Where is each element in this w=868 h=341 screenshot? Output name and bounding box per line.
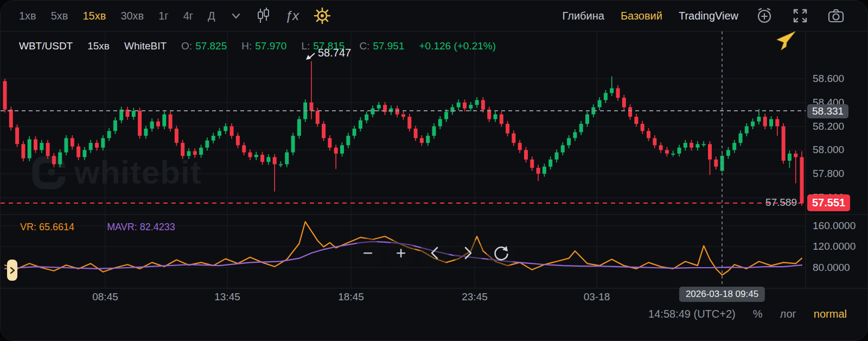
mouse-cursor-icon — [776, 30, 797, 53]
exchange-name: WhiteBIT — [124, 40, 167, 52]
crosshair-time-tooltip: 2026-03-18 09:45 — [679, 287, 765, 302]
tradingview-mode-link[interactable]: TradingView — [679, 10, 738, 22]
vr-value: 65.6614 — [39, 222, 74, 232]
status-bar: 14:58:49 (UTC+2) % лог normal — [648, 308, 847, 320]
axis-tick-label: 58.000 — [813, 144, 844, 156]
symbol-pair[interactable]: WBT/USDT — [19, 40, 73, 52]
high-marker-label: 58.747 — [318, 47, 351, 59]
indicator-values-row: VR: 65.6614 MAVR: 82.4233 — [20, 222, 175, 233]
change-value: +0.126 (+0.21%) — [419, 40, 496, 52]
fullscreen-expand-icon[interactable] — [790, 6, 810, 26]
high-label: H: — [241, 40, 252, 52]
screenshot-camera-icon[interactable] — [826, 6, 846, 26]
close-label: C: — [359, 40, 369, 52]
high-value: 57.970 — [255, 40, 286, 52]
clock-utc[interactable]: 14:58:49 (UTC+2) — [648, 308, 736, 320]
top-toolbar: 1хв5хв15хв30хв1г4гД ƒx — [1, 1, 867, 31]
axis-tick-label: 80.0000 — [813, 262, 850, 274]
chart-style-candles-icon[interactable] — [255, 7, 271, 24]
alert-price-text: 57.589 — [750, 197, 797, 209]
vr-label: VR: — [20, 222, 36, 232]
timeframe-1г[interactable]: 1г — [158, 10, 168, 22]
zoom-out-button[interactable]: − — [353, 238, 382, 268]
axis-tick-label: 57.800 — [813, 168, 844, 180]
low-label: L: — [301, 40, 310, 52]
reset-view-button[interactable] — [487, 238, 516, 268]
trading-window: whitebit 1хв5хв15хв30хв1г4гД ƒx — [0, 0, 868, 341]
countdown-price-label: 58.331 — [807, 104, 848, 118]
alert-clock-icon[interactable] — [755, 6, 774, 26]
mavr-value: 82.4233 — [140, 222, 175, 232]
last-price-label: 57.551 — [807, 194, 850, 211]
timeframe-4г[interactable]: 4г — [183, 10, 193, 22]
indicators-fx-icon[interactable]: ƒx — [285, 8, 299, 23]
open-label: O: — [181, 40, 192, 52]
percent-scale-toggle[interactable]: % — [753, 308, 763, 320]
timeframe-Д[interactable]: Д — [208, 10, 215, 22]
zoom-in-button[interactable]: + — [386, 238, 416, 268]
close-value: 57.951 — [373, 40, 404, 52]
mavr-label: MAVR: — [107, 222, 137, 232]
time-tick-label: 03-18 — [584, 291, 610, 303]
interval-dropdown-chevron-icon[interactable] — [229, 9, 243, 23]
timeframe-1хв[interactable]: 1хв — [19, 10, 36, 22]
time-tick-label: 13:45 — [214, 291, 240, 303]
axis-tick-label: 120.0000 — [813, 241, 856, 252]
timeframe-15хв[interactable]: 15хв — [83, 10, 106, 22]
panel-expand-handle[interactable] — [7, 260, 17, 281]
normal-scale-toggle[interactable]: normal — [814, 308, 847, 320]
settings-gear-icon[interactable] — [313, 7, 331, 25]
scroll-right-button[interactable] — [454, 238, 483, 268]
open-value: 57.825 — [195, 40, 227, 52]
basic-mode-link[interactable]: Базовий — [621, 10, 662, 22]
log-scale-toggle[interactable]: лог — [780, 308, 796, 320]
axis-tick-label: 160.0000 — [813, 220, 856, 232]
symbol-header: WBT/USDT 15хв WhiteBIT O:57.825 H:57.970… — [19, 40, 510, 52]
depth-mode-link[interactable]: Глибина — [563, 10, 604, 22]
timeframe-30хв[interactable]: 30хв — [120, 10, 144, 22]
time-tick-label: 23:45 — [462, 291, 488, 303]
axis-tick-label: 58.200 — [813, 121, 844, 132]
scroll-left-button[interactable] — [420, 238, 449, 268]
timeframe-group: 1хв5хв15хв30хв1г4гД — [1, 10, 230, 22]
symbol-interval: 15хв — [87, 40, 110, 52]
axis-tick-label: 58.600 — [813, 73, 844, 85]
timeframe-5хв[interactable]: 5хв — [51, 10, 68, 22]
time-tick-label: 18:45 — [338, 291, 364, 303]
time-tick-label: 08:45 — [92, 291, 118, 303]
